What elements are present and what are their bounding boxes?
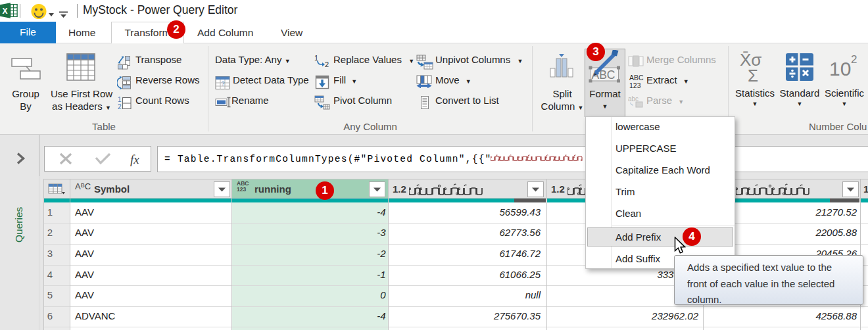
svg-text:2: 2 (118, 103, 122, 110)
svg-text:2: 2 (325, 60, 329, 68)
svg-text:2: 2 (851, 53, 857, 66)
svg-text:10: 10 (829, 58, 851, 80)
svg-text:?: ? (222, 80, 225, 87)
svg-text:1: 1 (314, 55, 318, 62)
svg-text:1: 1 (118, 96, 122, 103)
svg-text:ABC: ABC (629, 74, 644, 82)
svg-text:Σ: Σ (748, 66, 758, 84)
svg-text:123: 123 (629, 82, 641, 89)
svg-text:fx: fx (130, 153, 139, 166)
svg-text:X: X (2, 7, 7, 16)
svg-text:abc: abc (628, 95, 639, 103)
